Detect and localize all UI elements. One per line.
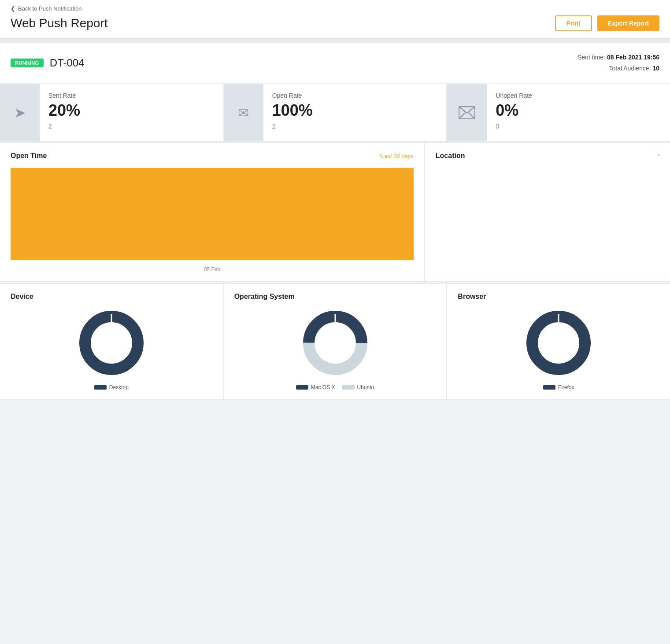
sent-rate-count: 2 bbox=[48, 123, 214, 130]
open-time-subtitle: *Last 30 days bbox=[379, 153, 414, 159]
sent-rate-label: Sent Rate bbox=[48, 92, 214, 99]
device-legend: Desktop bbox=[94, 384, 129, 390]
os-card: Operating System Mac OS X Ubuntu bbox=[224, 284, 447, 399]
stat-card-unopen: Unopen Rate 0% 0 bbox=[447, 84, 670, 141]
back-link[interactable]: ❮ Back to Push Notification bbox=[11, 5, 659, 12]
campaign-info: RUNNING DT-004 Sent time: 08 Feb 2021 19… bbox=[0, 43, 670, 83]
browser-title: Browser bbox=[458, 293, 659, 301]
open-time-title: Open Time bbox=[11, 152, 47, 160]
device-title: Device bbox=[11, 293, 212, 301]
open-time-header: Open Time *Last 30 days bbox=[11, 152, 414, 160]
svg-line-3 bbox=[459, 113, 465, 119]
os-donut-svg bbox=[300, 308, 370, 378]
location-card: Location * bbox=[425, 143, 670, 281]
os-legend: Mac OS X Ubuntu bbox=[296, 384, 374, 390]
stats-row: ➤ Sent Rate 20% 2 ✉ Open Rate 100% 2 bbox=[0, 83, 670, 142]
unopen-rate-value: 0% bbox=[496, 102, 661, 119]
location-title: Location bbox=[436, 152, 465, 160]
open-icon: ✉ bbox=[238, 105, 249, 121]
device-card: Device Desktop bbox=[0, 284, 223, 399]
browser-label-firefox: Firefox bbox=[558, 384, 574, 390]
open-time-card: Open Time *Last 30 days 05 Feb bbox=[0, 143, 424, 281]
device-label-desktop: Desktop bbox=[109, 384, 129, 390]
campaign-left: RUNNING DT-004 bbox=[11, 57, 85, 69]
bar-label: 05 Feb bbox=[204, 266, 220, 272]
divider-bar bbox=[0, 39, 670, 43]
print-button[interactable]: Print bbox=[555, 15, 592, 31]
device-donut-container: Desktop bbox=[11, 308, 212, 390]
browser-donut-container: Firefox bbox=[458, 308, 659, 390]
os-swatch-ubuntu bbox=[342, 385, 355, 390]
browser-donut-svg bbox=[523, 308, 594, 378]
device-legend-desktop: Desktop bbox=[94, 384, 129, 390]
os-legend-ubuntu: Ubuntu bbox=[342, 384, 374, 390]
campaign-name: DT-004 bbox=[50, 57, 85, 69]
os-donut-container: Mac OS X Ubuntu bbox=[234, 308, 436, 390]
header-buttons: Print Export Report bbox=[555, 15, 659, 31]
os-label-ubuntu: Ubuntu bbox=[357, 384, 374, 390]
charts-bottom: Device Desktop Operating System bbox=[0, 283, 670, 400]
sent-time-label: Sent time: bbox=[577, 54, 605, 61]
bar-chart-area: 05 Feb bbox=[11, 167, 414, 272]
stat-icon-box-open: ✉ bbox=[224, 84, 263, 141]
device-swatch-desktop bbox=[94, 385, 107, 390]
open-rate-count: 2 bbox=[272, 123, 438, 130]
unopen-rate-count: 0 bbox=[496, 123, 661, 130]
svg-line-4 bbox=[469, 113, 475, 119]
browser-legend-firefox: Firefox bbox=[543, 384, 574, 390]
total-audience-row: Total Audience: 10 bbox=[577, 63, 659, 74]
stat-card-open: ✉ Open Rate 100% 2 bbox=[224, 84, 447, 141]
svg-line-2 bbox=[467, 107, 475, 113]
stat-icon-box-unopen bbox=[447, 84, 487, 141]
location-header: Location * bbox=[436, 152, 659, 160]
status-badge: RUNNING bbox=[11, 59, 44, 67]
page-title: Web Push Report bbox=[11, 16, 108, 30]
svg-line-1 bbox=[459, 107, 467, 113]
device-donut-svg bbox=[76, 308, 147, 378]
stat-icon-box-sent: ➤ bbox=[0, 84, 40, 141]
os-swatch-macos bbox=[296, 385, 308, 390]
stat-content-sent: Sent Rate 20% 2 bbox=[40, 84, 223, 141]
sent-icon: ➤ bbox=[14, 104, 26, 121]
location-note: * bbox=[657, 153, 659, 159]
open-rate-label: Open Rate bbox=[272, 92, 438, 99]
total-audience-label: Total Audience: bbox=[609, 65, 651, 72]
browser-card: Browser Firefox bbox=[447, 284, 670, 399]
back-icon: ❮ bbox=[11, 5, 15, 12]
os-title: Operating System bbox=[234, 293, 436, 301]
browser-legend: Firefox bbox=[543, 384, 574, 390]
sent-time-value: 08 Feb 2021 19:56 bbox=[607, 54, 659, 61]
open-rate-value: 100% bbox=[272, 102, 438, 119]
campaign-meta: Sent time: 08 Feb 2021 19:56 Total Audie… bbox=[577, 52, 659, 74]
back-label: Back to Push Notification bbox=[18, 5, 82, 12]
export-button[interactable]: Export Report bbox=[597, 15, 659, 31]
unopen-rate-label: Unopen Rate bbox=[496, 92, 661, 99]
bar-block bbox=[11, 168, 414, 260]
os-label-macos: Mac OS X bbox=[311, 384, 335, 390]
stat-card-sent: ➤ Sent Rate 20% 2 bbox=[0, 84, 223, 141]
page-header: ❮ Back to Push Notification Web Push Rep… bbox=[0, 0, 670, 39]
stat-content-open: Open Rate 100% 2 bbox=[263, 84, 447, 141]
os-legend-macos: Mac OS X bbox=[296, 384, 335, 390]
total-audience-value: 10 bbox=[652, 65, 659, 72]
sent-time-row: Sent time: 08 Feb 2021 19:56 bbox=[577, 52, 659, 63]
unopen-icon bbox=[459, 106, 475, 119]
stat-content-unopen: Unopen Rate 0% 0 bbox=[487, 84, 670, 141]
sent-rate-value: 20% bbox=[48, 102, 214, 119]
browser-swatch-firefox bbox=[543, 385, 555, 390]
charts-top: Open Time *Last 30 days 05 Feb Location … bbox=[0, 142, 670, 282]
